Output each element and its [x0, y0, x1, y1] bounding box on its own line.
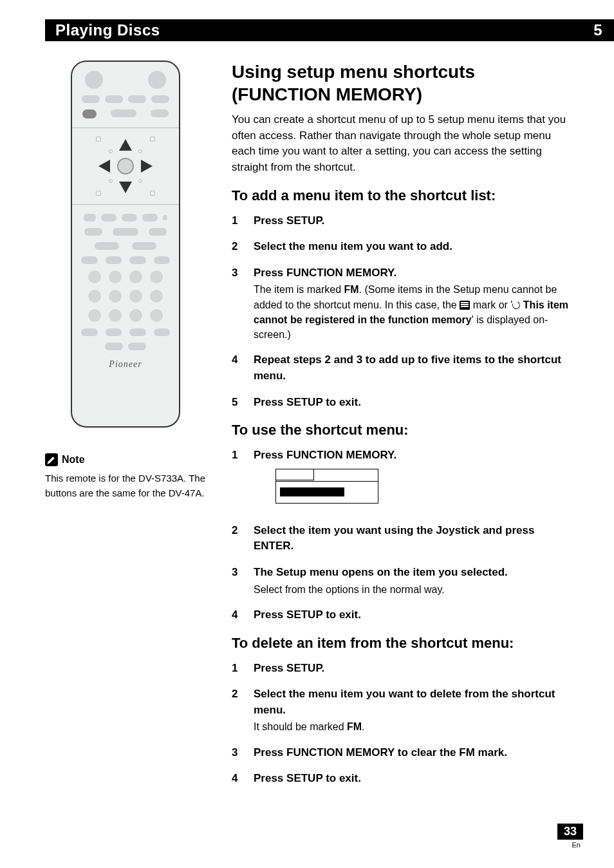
remote-button	[151, 95, 169, 103]
remote-button	[122, 214, 137, 222]
remote-button	[129, 309, 142, 322]
chapter-number: 5	[582, 21, 614, 39]
remote-button	[151, 109, 169, 117]
prohibit-icon	[460, 301, 470, 310]
subsection-title-use: To use the shortcut menu:	[232, 422, 569, 439]
page-footer: 33 En	[557, 824, 583, 849]
step-subtext: It should be marked FM.	[254, 719, 569, 734]
remote-button	[105, 95, 123, 103]
remote-button	[150, 270, 163, 283]
arrow-right-icon	[141, 160, 153, 173]
remote-button	[88, 270, 101, 283]
remote-enter-button	[117, 158, 134, 175]
remote-button	[148, 71, 166, 89]
section-intro: You can create a shortcut menu of up to …	[232, 112, 569, 176]
circle-icon	[512, 301, 521, 310]
steps-delete: 1 Press SETUP. 2 Select the menu item yo…	[232, 661, 569, 787]
remote-led	[163, 215, 167, 220]
remote-button	[128, 95, 146, 103]
subsection-title-delete: To delete an item from the shortcut menu…	[232, 635, 569, 652]
remote-button	[129, 290, 142, 303]
remote-button	[109, 309, 122, 322]
note-heading: Note	[62, 454, 85, 466]
remote-button	[88, 309, 101, 322]
remote-button	[81, 328, 98, 336]
remote-button	[129, 328, 146, 336]
remote-illustration: Pioneer	[71, 61, 180, 428]
pencil-icon	[45, 453, 58, 466]
remote-button	[150, 309, 163, 322]
remote-button	[111, 109, 136, 117]
step-subtext: The item is marked FM. (Some items in th…	[254, 282, 569, 342]
remote-button	[129, 256, 146, 264]
remote-brand-logo: Pioneer	[81, 359, 170, 370]
remote-button	[113, 228, 138, 236]
shortcut-menu-diagram	[275, 469, 378, 504]
subsection-title-add: To add a menu item to the shortcut list:	[232, 187, 569, 204]
remote-button	[128, 343, 146, 350]
remote-button	[149, 228, 167, 236]
remote-button	[82, 95, 100, 103]
chapter-title: Playing Discs	[45, 21, 563, 39]
remote-button	[81, 256, 98, 264]
remote-button	[154, 328, 171, 336]
page-language: En	[557, 841, 583, 849]
remote-button	[84, 228, 102, 236]
remote-button	[106, 328, 122, 336]
remote-button	[109, 270, 122, 283]
arrow-up-icon	[119, 139, 132, 151]
arrow-left-icon	[98, 160, 110, 173]
steps-add: 1 Press SETUP. 2 Select the menu item yo…	[232, 213, 569, 411]
remote-dpad	[72, 127, 179, 205]
steps-use: 1 Press FUNCTION MEMORY. 2 Select the it…	[232, 448, 569, 623]
remote-button	[142, 214, 158, 222]
remote-button	[106, 256, 122, 264]
remote-button	[105, 343, 123, 350]
remote-button	[154, 256, 171, 264]
remote-button	[109, 290, 122, 303]
page-number: 33	[557, 824, 583, 840]
note-text: This remote is for the DV-S733A. The but…	[45, 471, 206, 500]
remote-button	[85, 71, 103, 89]
remote-button	[132, 242, 156, 250]
remote-button	[95, 242, 119, 250]
remote-button	[84, 214, 96, 222]
chapter-header: Playing Discs 5	[45, 19, 614, 41]
arrow-down-icon	[119, 182, 132, 193]
remote-button	[150, 290, 163, 303]
remote-button	[82, 109, 97, 118]
note-block: Note This remote is for the DV-S733A. Th…	[45, 453, 206, 500]
remote-button	[88, 290, 101, 303]
section-title: Using setup menu shortcuts (FUNCTION MEM…	[232, 61, 569, 106]
remote-button	[101, 214, 116, 222]
remote-button	[129, 270, 142, 283]
